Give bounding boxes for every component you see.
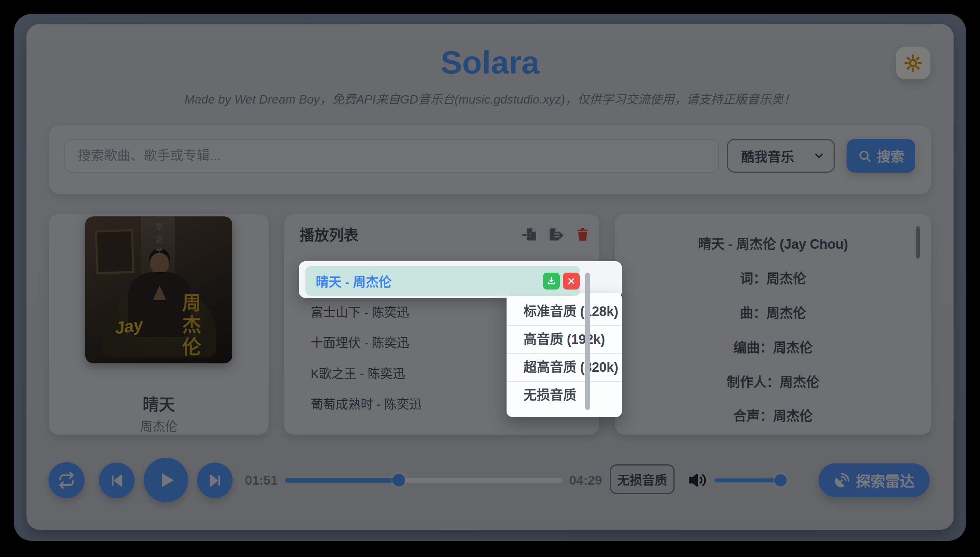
playlist-scrollbar[interactable] bbox=[585, 273, 590, 410]
active-row-label: 晴天 - 周杰伦 bbox=[305, 272, 391, 290]
download-icon bbox=[546, 276, 556, 286]
quality-menu-item[interactable]: 标准音质 (128k) bbox=[507, 298, 622, 325]
download-song-button[interactable] bbox=[543, 273, 560, 290]
quality-menu-item[interactable]: 高音质 (192k) bbox=[507, 326, 622, 353]
close-icon bbox=[567, 277, 575, 285]
solara-app: { "header": { "title": "Solara", "subtit… bbox=[0, 0, 980, 557]
quality-menu-item[interactable]: 无损音质 bbox=[507, 382, 622, 409]
remove-song-button[interactable] bbox=[563, 273, 580, 290]
quality-menu: 标准音质 (128k) 高音质 (192k) 超高音质 (320k) 无损音质 bbox=[507, 293, 622, 417]
quality-menu-item[interactable]: 超高音质 (320k) bbox=[507, 354, 622, 381]
playlist-item-active[interactable]: 晴天 - 周杰伦 bbox=[305, 266, 580, 296]
